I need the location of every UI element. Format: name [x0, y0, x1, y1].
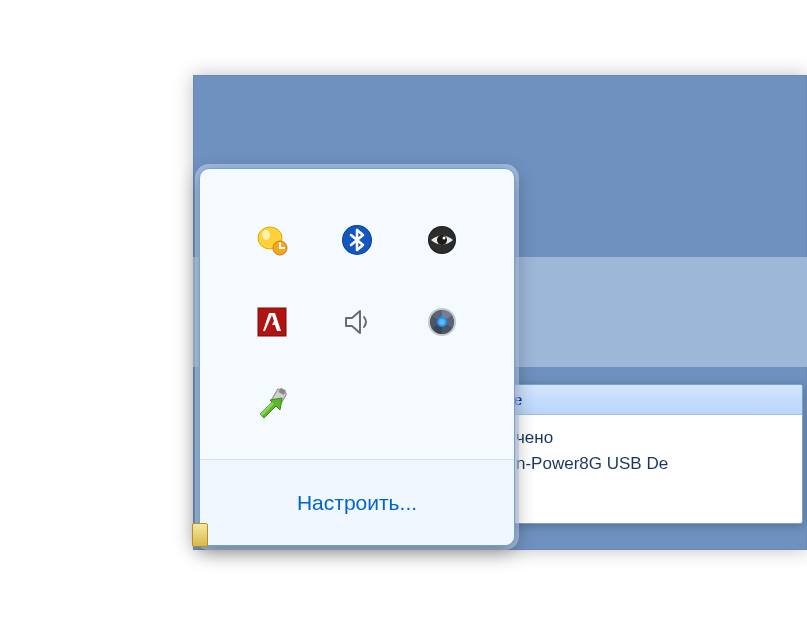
toast-line-1: чено — [516, 425, 790, 451]
svg-point-7 — [437, 235, 447, 245]
toast-line-2: n-Power8G USB De — [516, 451, 790, 477]
safely-remove-icon[interactable] — [254, 386, 290, 422]
tray-overflow-popup: Настроить... — [199, 168, 515, 546]
adobe-icon[interactable] — [254, 304, 290, 340]
messenger-away-icon[interactable] — [254, 222, 290, 258]
customize-link[interactable]: Настроить... — [297, 491, 417, 515]
usb-notification-toast[interactable]: е чено n-Power8G USB De — [503, 384, 803, 524]
eye-icon[interactable] — [424, 222, 460, 258]
volume-icon[interactable] — [339, 304, 375, 340]
toast-body: чено n-Power8G USB De — [504, 415, 802, 486]
explorer-taskbar-icon[interactable] — [192, 523, 208, 547]
svg-point-8 — [442, 237, 445, 240]
tray-icon-grid — [200, 169, 514, 459]
tray-footer: Настроить... — [200, 459, 514, 545]
camera-lens-icon[interactable] — [424, 304, 460, 340]
toast-title: е — [504, 385, 802, 415]
svg-point-13 — [439, 319, 445, 325]
bluetooth-icon[interactable] — [339, 222, 375, 258]
svg-rect-9 — [258, 308, 286, 336]
svg-point-1 — [262, 230, 270, 240]
